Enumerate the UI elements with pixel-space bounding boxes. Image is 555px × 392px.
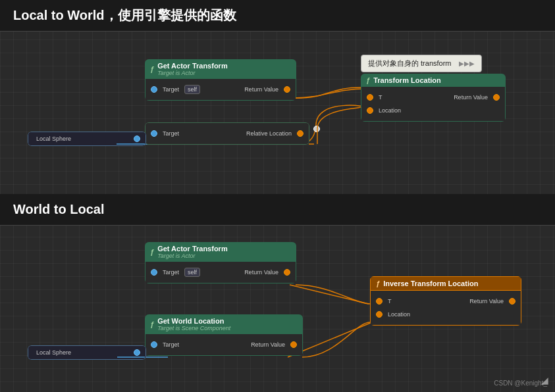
top-component-target-label: Target [163,130,179,137]
inverse-loc-row: Location [371,308,521,321]
bottom-get-actor-target-pin [151,269,157,276]
top-transform-t-pin [367,94,373,101]
inverse-transform-node: ƒ Inverse Transform Location T Return Va… [370,276,521,326]
get-world-body: Target Return Value [145,334,303,356]
top-get-actor-f-icon: ƒ [150,65,154,73]
get-world-return-label: Return Value [251,341,285,348]
top-component-relative-pin [297,130,304,137]
bottom-get-actor-target-label: Target [163,269,179,276]
bottom-get-actor-header: ƒ Get Actor Transform Target is Actor [145,242,296,262]
top-transform-t-label: T [379,94,383,101]
top-get-actor-self-badge: self [184,85,200,94]
top-transform-title: Transform Location [373,76,441,84]
top-component-relative-label: Relative Location [246,130,292,137]
top-component-row: Target Relative Location [145,127,309,140]
top-get-actor-target-label: Target [163,86,179,93]
get-world-header: ƒ Get World Location Target is Scene Com… [145,314,303,334]
section-header-bottom: World to Local [0,194,555,226]
inverse-transform-title: Inverse Transform Location [383,280,478,287]
top-get-actor-transform-node: ƒ Get Actor Transform Target is Actor Ta… [145,59,296,101]
top-get-actor-target-pin [151,86,157,93]
top-transform-loc-pin [367,107,373,114]
top-local-sphere-body: Local Sphere [28,132,146,146]
bottom-local-sphere-pin [134,349,140,356]
bottom-local-sphere-body: Local Sphere [28,345,146,360]
top-local-sphere-pin [134,135,140,142]
top-transform-loc-row: Location [361,104,505,117]
section-title-top: Local to World，使用引擎提供的函数 [13,7,236,24]
top-local-sphere-label: Local Sphere [36,135,71,142]
watermark: CSDN @Kenight_ [494,380,547,387]
top-local-sphere-node: Local Sphere [28,132,146,146]
top-transform-return-pin [493,94,500,101]
inverse-transform-header: ƒ Inverse Transform Location [370,276,521,291]
top-transform-f-icon: ƒ [366,76,370,84]
inverse-return-label: Return Value [469,298,504,305]
get-world-row: Target Return Value [145,338,302,351]
top-transform-body: T Return Value Location [361,87,506,122]
bottom-get-actor-body: Target self Return Value [145,262,296,283]
inverse-t-label: T [388,298,392,305]
bottom-get-actor-target-row: Target self Return Value [145,266,296,279]
bottom-get-actor-title: Get Actor Transform [157,245,228,253]
inverse-return-pin [509,298,515,305]
top-transform-location-node: ƒ Transform Location T Return Value Loca… [361,74,506,122]
get-world-target-pin [151,341,157,348]
bottom-get-actor-return-label: Return Value [244,269,278,276]
section-header-top: Local to World，使用引擎提供的函数 [0,0,555,32]
top-get-actor-target-row: Target self Return Value [145,83,296,96]
inverse-t-row: T Return Value [371,295,521,308]
get-world-return-pin [290,341,297,348]
top-get-actor-return-pin [284,86,290,93]
bottom-get-actor-f-icon: ƒ [150,248,154,256]
top-transform-return-label: Return Value [454,94,488,101]
top-transform-t-row: T Return Value [361,91,505,104]
get-world-target-label: Target [163,341,179,348]
section-title-bottom: World to Local [13,202,105,217]
inverse-loc-label: Location [388,311,410,318]
top-component-target-pin [151,130,157,137]
inverse-transform-f-icon: ƒ [376,280,380,287]
junction-dot-top [313,126,320,132]
top-get-actor-subtitle: Target is Actor [157,70,228,76]
tooltip-text: 提供对象自身的 transform [368,59,452,67]
bottom-local-sphere-node: Local Sphere [28,345,146,360]
top-transform-header: ƒ Transform Location [361,74,506,87]
bottom-get-actor-self-badge: self [184,268,200,277]
top-transform-loc-label: Location [379,107,401,114]
top-get-actor-body: Target self Return Value [145,79,296,101]
inverse-t-pin [376,298,383,305]
top-component-body: Target Relative Location [145,122,309,145]
top-local-sphere-row: Local Sphere [34,135,140,142]
bottom-get-actor-subtitle: Target is Actor [157,253,228,259]
bottom-get-actor-transform-node: ƒ Get Actor Transform Target is Actor Ta… [145,242,296,283]
get-world-f-icon: ƒ [150,320,154,328]
bottom-local-sphere-label: Local Sphere [36,349,71,356]
inverse-loc-pin [376,311,383,318]
get-world-title: Get World Location [157,317,230,325]
top-component-node: Target Relative Location [145,122,309,145]
get-world-subtitle: Target is Scene Component [157,325,230,331]
bottom-get-actor-return-pin [284,269,290,276]
top-get-actor-title: Get Actor Transform [157,62,228,70]
top-get-actor-header: ƒ Get Actor Transform Target is Actor [145,59,296,79]
top-get-actor-return-label: Return Value [244,86,278,93]
get-world-location-node: ƒ Get World Location Target is Scene Com… [145,314,303,356]
inverse-transform-body: T Return Value Location [370,291,521,326]
bottom-local-sphere-row: Local Sphere [34,349,140,356]
tooltip-node: 提供对象自身的 transform ▶▶▶ [361,55,482,72]
